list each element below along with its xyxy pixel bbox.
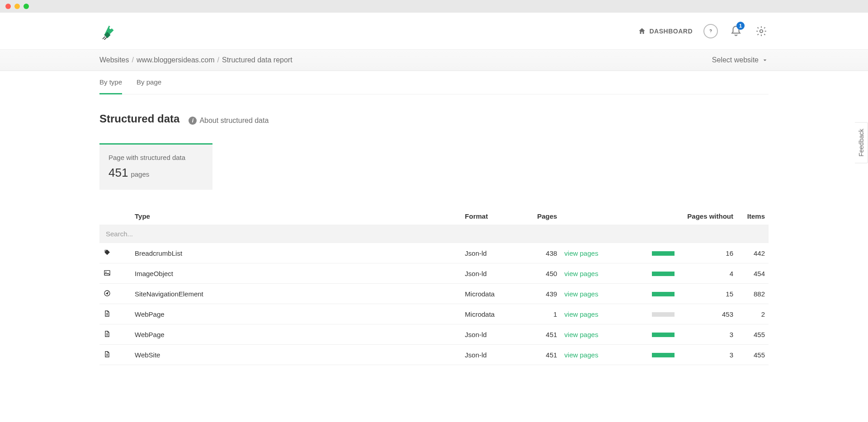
structured-data-table: Type Format Pages Pages without Items Br… — [99, 208, 769, 365]
view-pages-link[interactable]: view pages — [564, 249, 598, 257]
svg-point-0 — [109, 27, 112, 29]
svg-point-2 — [760, 29, 763, 33]
document-icon — [103, 330, 111, 338]
cell-pages: 450 — [520, 263, 561, 284]
cell-type: SiteNavigationElement — [131, 284, 461, 304]
notifications-button[interactable]: 1 — [729, 24, 743, 38]
cell-pages: 439 — [520, 284, 561, 304]
table-row: WebSiteJson-ld451view pages3455 — [99, 345, 769, 365]
cell-pages: 451 — [520, 324, 561, 345]
summary-number: 451 — [108, 166, 128, 180]
summary-unit: pages — [131, 170, 149, 178]
coverage-bar — [652, 312, 675, 317]
select-website-label: Select website — [712, 56, 759, 64]
th-items[interactable]: Items — [737, 208, 769, 225]
traffic-minimize-icon[interactable] — [14, 4, 20, 9]
table-row: WebPageJson-ld451view pages3455 — [99, 324, 769, 345]
th-pages[interactable]: Pages — [520, 208, 561, 225]
cell-format: Microdata — [461, 304, 520, 324]
cell-format: Json-ld — [461, 243, 520, 263]
cell-pages-without: 3 — [678, 345, 737, 365]
tag-icon — [103, 249, 111, 257]
cell-pages: 1 — [520, 304, 561, 324]
breadcrumb: Websites / www.bloggersideas.com / Struc… — [99, 56, 292, 64]
cell-items: 454 — [737, 263, 769, 284]
chevron-down-icon — [761, 56, 769, 64]
app-logo[interactable] — [99, 21, 118, 41]
view-pages-link[interactable]: view pages — [564, 270, 598, 277]
cell-items: 442 — [737, 243, 769, 263]
cell-pages-without: 16 — [678, 243, 737, 263]
breadcrumb-item-report: Structured data report — [222, 56, 292, 64]
coverage-bar — [652, 353, 675, 357]
gear-icon — [755, 25, 767, 37]
cell-pages: 438 — [520, 243, 561, 263]
th-format[interactable]: Format — [461, 208, 520, 225]
about-link[interactable]: i About structured data — [189, 117, 269, 125]
breadcrumb-item-site[interactable]: www.bloggersideas.com — [137, 56, 215, 64]
view-pages-link[interactable]: view pages — [564, 331, 598, 338]
table-row: WebPageMicrodata1view pages4532 — [99, 304, 769, 324]
table-row: SiteNavigationElementMicrodata439view pa… — [99, 284, 769, 304]
cell-format: Json-ld — [461, 345, 520, 365]
traffic-close-icon[interactable] — [5, 4, 11, 9]
cell-type: WebSite — [131, 345, 461, 365]
cell-format: Json-ld — [461, 324, 520, 345]
cell-format: Microdata — [461, 284, 520, 304]
coverage-bar — [652, 251, 675, 256]
info-icon: i — [189, 117, 197, 125]
svg-point-4 — [105, 272, 106, 272]
view-pages-link[interactable]: view pages — [564, 310, 598, 318]
notification-badge: 1 — [736, 22, 745, 30]
th-pages-without[interactable]: Pages without — [678, 208, 737, 225]
breadcrumb-sep: / — [132, 56, 134, 64]
tab-by-type[interactable]: By type — [99, 71, 122, 94]
cell-format: Json-ld — [461, 263, 520, 284]
cell-items: 882 — [737, 284, 769, 304]
feedback-tab[interactable]: Feedback — [855, 122, 868, 163]
table-row: BreadcrumbListJson-ld438view pages16442 — [99, 243, 769, 263]
cell-pages-without: 453 — [678, 304, 737, 324]
image-icon — [103, 269, 111, 277]
breadcrumb-item-websites[interactable]: Websites — [99, 56, 129, 64]
help-icon — [708, 28, 714, 34]
compass-icon — [103, 289, 111, 297]
traffic-zoom-icon[interactable] — [24, 4, 29, 9]
cell-type: BreadcrumbList — [131, 243, 461, 263]
th-type[interactable]: Type — [131, 208, 461, 225]
about-label: About structured data — [199, 117, 269, 125]
select-website-dropdown[interactable]: Select website — [712, 56, 769, 64]
dashboard-label: DASHBOARD — [650, 28, 693, 35]
tabs: By type By page — [99, 71, 769, 94]
cell-pages-without: 15 — [678, 284, 737, 304]
app-header: DASHBOARD 1 — [0, 13, 868, 50]
breadcrumb-sep: / — [217, 56, 219, 64]
cell-pages: 451 — [520, 345, 561, 365]
document-icon — [103, 350, 111, 358]
coverage-bar — [652, 292, 675, 296]
page-title: Structured data — [99, 113, 179, 125]
tab-by-page[interactable]: By page — [137, 71, 161, 94]
dashboard-link[interactable]: DASHBOARD — [638, 27, 693, 35]
cell-items: 2 — [737, 304, 769, 324]
table-row: ImageObjectJson-ld450view pages4454 — [99, 263, 769, 284]
cell-items: 455 — [737, 345, 769, 365]
window-chrome — [0, 0, 868, 13]
search-input[interactable] — [99, 225, 769, 243]
help-button[interactable] — [703, 24, 718, 38]
cell-pages-without: 4 — [678, 263, 737, 284]
cell-type: WebPage — [131, 304, 461, 324]
coverage-bar — [652, 272, 675, 276]
document-icon — [103, 309, 111, 318]
cell-type: ImageObject — [131, 263, 461, 284]
coverage-bar — [652, 333, 675, 337]
breadcrumb-bar: Websites / www.bloggersideas.com / Struc… — [0, 50, 868, 71]
cell-type: WebPage — [131, 324, 461, 345]
settings-button[interactable] — [754, 24, 769, 38]
cell-items: 455 — [737, 324, 769, 345]
summary-card: Page with structured data 451 pages — [99, 143, 212, 190]
view-pages-link[interactable]: view pages — [564, 351, 598, 359]
view-pages-link[interactable]: view pages — [564, 290, 598, 298]
cell-pages-without: 3 — [678, 324, 737, 345]
home-icon — [638, 27, 646, 35]
